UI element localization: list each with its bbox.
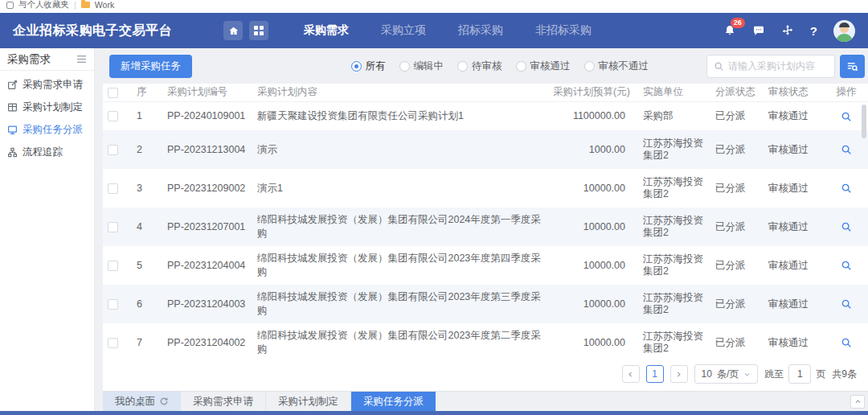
sidebar-item-plan-make[interactable]: 采购计划制定 xyxy=(0,96,94,118)
select-all-checkbox[interactable] xyxy=(108,88,118,98)
nav-bidding-procurement[interactable]: 招标采购 xyxy=(458,23,503,38)
cell-code: PP-20231207001 xyxy=(162,208,252,246)
folder-icon xyxy=(81,2,90,8)
page-size-select[interactable]: 10 条/页 xyxy=(694,364,759,384)
cell-content: 绵阳科技城发展投资（发展）集团有限公司2023年度第二季度采购 xyxy=(252,323,548,362)
magnifier-icon xyxy=(841,111,852,122)
notifications-button[interactable]: 26 xyxy=(723,24,736,37)
magnifier-icon xyxy=(841,183,852,194)
filter-editing[interactable]: 编辑中 xyxy=(399,60,444,73)
cell-unit: 江苏苏海投资集团2 xyxy=(638,285,710,323)
row-view-button[interactable] xyxy=(841,144,852,155)
table-row: 4 PP-20231207001 绵阳科技城发展投资（发展）集团有限公司2024… xyxy=(103,208,868,246)
search-input[interactable] xyxy=(728,60,828,72)
jump-page-input[interactable] xyxy=(788,364,811,384)
sidebar-item-demand-apply[interactable]: 采购需求申请 xyxy=(0,73,94,96)
sidebar-item-task-dispatch[interactable]: 采购任务分派 xyxy=(0,118,94,141)
row-view-button[interactable] xyxy=(841,111,852,122)
cell-code: PP-20240109001 xyxy=(162,101,252,130)
table-row: 3 PP-20231209002 演示1 10000.00 江苏苏海投资集团2 … xyxy=(103,169,868,208)
row-view-button[interactable] xyxy=(841,337,852,348)
cell-code: PP-20231213004 xyxy=(162,130,252,169)
table-scrollbar-thumb[interactable] xyxy=(862,105,866,138)
home-button[interactable] xyxy=(223,21,243,40)
cell-unit: 江苏苏海投资集团2 xyxy=(638,323,710,362)
tab-plan-make[interactable]: 采购计划制定 xyxy=(266,392,351,411)
cell-dispatch-status: 已分派 xyxy=(710,323,764,362)
page-1-button[interactable]: 1 xyxy=(646,365,664,383)
row-checkbox[interactable] xyxy=(108,183,118,194)
favorites-label[interactable]: 与个人收藏夹 xyxy=(18,0,69,10)
sidebar-item-process-track[interactable]: 流程追踪 xyxy=(0,141,94,163)
radio-icon xyxy=(399,61,410,72)
table-icon xyxy=(7,102,18,113)
user-avatar[interactable] xyxy=(833,20,855,42)
table-row: 1 PP-20240109001 新疆天聚建设投资集团有限责任公司采购计划1 1… xyxy=(103,101,868,130)
cell-budget: 10000.00 xyxy=(548,169,638,208)
chat-icon xyxy=(752,24,765,37)
chevron-right-icon xyxy=(675,371,682,378)
nav-non-bidding-procurement[interactable]: 非招标采购 xyxy=(535,23,592,38)
filter-label: 审核不通过 xyxy=(599,60,649,73)
row-checkbox[interactable] xyxy=(108,338,118,348)
add-task-button[interactable]: 新增采购任务 xyxy=(109,55,192,78)
pagination: 1 10 条/页 跳至 页 共9条 xyxy=(622,364,857,384)
filter-audit-passed[interactable]: 审核通过 xyxy=(516,60,571,73)
fullscreen-button[interactable] xyxy=(781,24,794,37)
nav-procurement-demand[interactable]: 采购需求 xyxy=(304,23,349,38)
tab-task-dispatch[interactable]: 采购任务分派 xyxy=(351,392,436,411)
toolbar: 新增采购任务 所有 编辑中 待审核 审核通过 审核不通过 xyxy=(103,48,868,84)
tab-demand-apply[interactable]: 采购需求申请 xyxy=(181,392,266,411)
tab-my-desktop[interactable]: 我的桌面 xyxy=(103,392,181,411)
row-checkbox[interactable] xyxy=(108,222,118,232)
favorites-folder[interactable]: Work xyxy=(95,0,114,10)
sidebar-collapse-icon[interactable] xyxy=(76,55,87,64)
refresh-icon[interactable] xyxy=(159,397,169,406)
row-checkbox[interactable] xyxy=(108,261,118,271)
cell-seq: 5 xyxy=(132,246,162,285)
row-view-button[interactable] xyxy=(841,221,852,232)
next-page-button[interactable] xyxy=(670,365,688,383)
apps-grid-button[interactable] xyxy=(249,21,268,40)
row-checkbox[interactable] xyxy=(108,111,118,121)
chevron-up-icon xyxy=(854,398,862,405)
help-button[interactable]: ? xyxy=(810,24,817,38)
advanced-search-button[interactable] xyxy=(840,55,865,78)
row-view-button[interactable] xyxy=(841,260,852,271)
filter-all[interactable]: 所有 xyxy=(351,60,386,73)
cell-content: 绵阳科技城发展投资（发展）集团有限公司2023年度第三季度采购 xyxy=(252,285,548,323)
tabbar-collapse-button[interactable] xyxy=(850,395,865,409)
monitor-share-icon xyxy=(7,125,18,135)
nav-procurement-initiation[interactable]: 采购立项 xyxy=(381,23,426,38)
row-view-button[interactable] xyxy=(841,183,852,194)
filter-audit-rejected[interactable]: 审核不通过 xyxy=(584,60,649,73)
footer-tabbar: 我的桌面 采购需求申请 采购计划制定 采购任务分派 xyxy=(103,391,868,411)
favorites-divider: | xyxy=(74,0,76,10)
filter-label: 待审核 xyxy=(472,60,502,73)
prev-page-button[interactable] xyxy=(622,365,640,383)
cell-unit: 江苏苏海投资集团2 xyxy=(638,246,710,285)
row-checkbox[interactable] xyxy=(108,145,118,155)
col-budget: 采购计划预算(元) xyxy=(548,84,638,101)
tab-label: 我的桌面 xyxy=(115,395,155,409)
row-view-button[interactable] xyxy=(841,298,852,310)
col-content: 采购计划内容 xyxy=(252,84,548,101)
messages-button[interactable] xyxy=(752,24,765,37)
sidebar-item-label: 采购任务分派 xyxy=(23,123,83,137)
row-checkbox[interactable] xyxy=(108,299,118,310)
cell-code: PP-20231204003 xyxy=(162,285,252,323)
cell-dispatch-status: 已分派 xyxy=(710,246,764,285)
favorites-icon xyxy=(6,2,14,9)
cell-seq: 4 xyxy=(132,208,162,246)
page-size-value: 10 xyxy=(702,368,712,380)
cell-content: 演示 xyxy=(252,130,548,169)
magnifier-icon xyxy=(841,221,852,232)
filter-pending-audit[interactable]: 待审核 xyxy=(457,60,502,73)
cell-dispatch-status: 已分派 xyxy=(710,130,764,169)
avatar-hair xyxy=(839,23,850,27)
cell-code: PP-20231204004 xyxy=(162,246,252,285)
status-filter-group: 所有 编辑中 待审核 审核通过 审核不通过 xyxy=(351,60,649,73)
cell-content: 绵阳科技城发展投资（发展）集团有限公司2024年度第一季度采购 xyxy=(252,208,548,246)
procurement-table: 序 采购计划编号 采购计划内容 采购计划预算(元) 实施单位 分派状态 审核状态… xyxy=(103,84,868,362)
sidebar-title: 采购需求 xyxy=(7,52,51,67)
